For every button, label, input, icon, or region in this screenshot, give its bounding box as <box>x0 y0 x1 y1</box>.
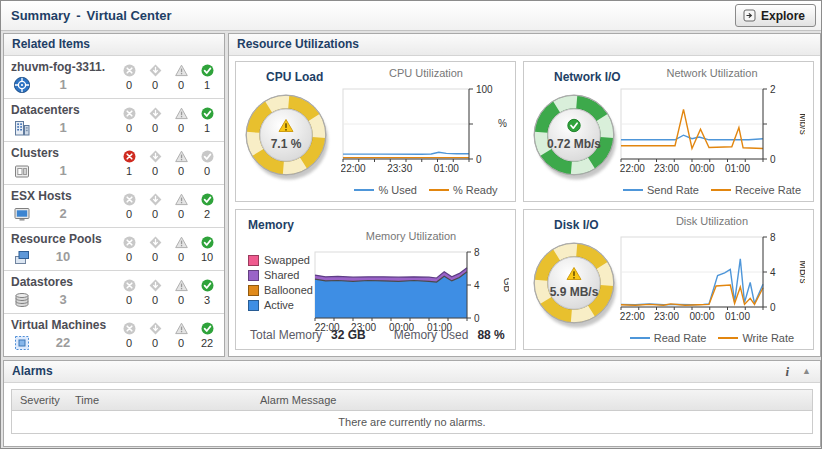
legend-item: Shared <box>248 269 313 281</box>
warning-status-icon <box>175 63 188 76</box>
status-warning[interactable]: 0 <box>168 278 194 306</box>
status-normal[interactable]: 1 <box>194 106 220 134</box>
status-warning[interactable]: 0 <box>168 321 194 349</box>
memory-used-label: Memory Used <box>394 328 469 342</box>
status-fatal[interactable]: 0 <box>116 106 142 134</box>
status-count: 0 <box>178 294 184 306</box>
related-item-row[interactable]: Datacenters 1 0 0 0 1 <box>4 99 224 142</box>
cpu-load-gauge[interactable]: 7.1 % <box>240 88 332 184</box>
normal-status-icon <box>201 149 214 162</box>
status-fatal[interactable]: 0 <box>116 321 142 349</box>
fatal-status-icon <box>123 235 136 248</box>
memory-chart-title: Memory Utilization <box>313 230 509 246</box>
network-io-title: Network I/O <box>554 70 621 84</box>
status-summary: 0 0 0 2 <box>116 192 220 220</box>
svg-text:4: 4 <box>474 280 480 291</box>
svg-text:Mb/s: Mb/s <box>798 113 805 135</box>
network-io-card: Network I/O 0.72 Mb/s Network Utilizatio… <box>523 61 814 202</box>
related-item-count: 1 <box>44 77 82 92</box>
status-count: 0 <box>178 79 184 91</box>
alarms-header: Alarms i ▲ <box>4 361 820 383</box>
disk-utilization-chart: 84022:0023:0000:0001:00MB/s <box>619 231 805 327</box>
status-count: 22 <box>201 337 213 349</box>
svg-text:8: 8 <box>474 247 480 258</box>
related-item-name: Datastores <box>11 275 73 289</box>
related-item-row[interactable]: Clusters 1 1 0 0 0 <box>4 142 224 185</box>
cpu-load-card: CPU Load 7.1 % CPU Utilization 100022:00… <box>235 61 516 202</box>
status-count: 0 <box>178 337 184 349</box>
status-normal[interactable]: 22 <box>194 321 220 349</box>
status-count: 0 <box>152 251 158 263</box>
status-warning[interactable]: 0 <box>168 149 194 177</box>
resource-utilizations-panel: Resource Utilizations CPU Load 7.1 % CPU… <box>228 33 821 357</box>
svg-text:0: 0 <box>474 313 480 324</box>
status-count: 0 <box>178 122 184 134</box>
column-time[interactable]: Time <box>67 390 252 410</box>
network-io-gauge[interactable]: 0.72 Mb/s <box>528 88 620 184</box>
status-count: 1 <box>204 122 210 134</box>
related-item-row[interactable]: Datastores 3 0 0 0 3 <box>4 271 224 314</box>
status-critical[interactable]: 0 <box>142 63 168 91</box>
status-count: 0 <box>152 79 158 91</box>
status-critical[interactable]: 0 <box>142 235 168 263</box>
status-fatal[interactable]: 0 <box>116 192 142 220</box>
status-fatal[interactable]: 0 <box>116 235 142 263</box>
column-severity[interactable]: Severity <box>12 390 67 410</box>
related-item-row[interactable]: Resource Pools 10 0 0 0 10 <box>4 228 224 271</box>
related-items-title: Related Items <box>12 37 90 51</box>
network-chart-box: Network Utilization 2022:0023:0000:0001:… <box>619 67 805 196</box>
related-items-header: Related Items <box>4 34 224 56</box>
status-count: 0 <box>126 251 132 263</box>
info-icon[interactable]: i <box>785 361 789 382</box>
svg-text:2: 2 <box>770 84 776 95</box>
status-normal[interactable]: 0 <box>194 149 220 177</box>
status-count: 0 <box>152 122 158 134</box>
memory-footer: Total Memory32 GBMemory Used88 % <box>250 328 505 342</box>
status-normal[interactable]: 10 <box>194 235 220 263</box>
status-critical[interactable]: 0 <box>142 321 168 349</box>
svg-text:MB/s: MB/s <box>798 261 805 284</box>
status-normal[interactable]: 2 <box>194 192 220 220</box>
resource-utilizations-header: Resource Utilizations <box>229 34 820 56</box>
cpu-chart-title: CPU Utilization <box>341 67 511 83</box>
resource-utilizations-title: Resource Utilizations <box>237 37 359 51</box>
related-item-row[interactable]: ESX Hosts 2 0 0 0 2 <box>4 185 224 228</box>
collapse-icon[interactable]: ▲ <box>802 361 811 382</box>
critical-status-icon <box>149 63 162 76</box>
status-critical[interactable]: 0 <box>142 278 168 306</box>
related-items-panel: Related Items zhuvm-fog-3311. 1 0 0 0 <box>3 33 225 357</box>
disk-io-card: Disk I/O 5.9 MB/s Disk Utilization 84022… <box>523 209 814 350</box>
vcenter-icon <box>13 76 31 94</box>
related-item-name: ESX Hosts <box>11 189 72 203</box>
fatal-status-icon <box>123 63 136 76</box>
svg-text:0: 0 <box>770 302 776 313</box>
status-warning[interactable]: 0 <box>168 235 194 263</box>
status-critical[interactable]: 0 <box>142 192 168 220</box>
cpu-chart-box: CPU Utilization 100022:0023:3001:00% % U… <box>341 67 511 196</box>
status-normal[interactable]: 3 <box>194 278 220 306</box>
status-fatal[interactable]: 0 <box>116 63 142 91</box>
fatal-status-icon <box>123 321 136 334</box>
normal-status-icon <box>201 192 214 205</box>
legend-item: Ballooned <box>248 284 313 296</box>
status-critical[interactable]: 0 <box>142 149 168 177</box>
status-fatal[interactable]: 0 <box>116 278 142 306</box>
legend-item: Send Rate <box>623 184 699 196</box>
explore-button[interactable]: Explore <box>735 4 816 27</box>
explore-icon <box>743 9 756 22</box>
status-fatal[interactable]: 1 <box>116 149 142 177</box>
datacenter-icon <box>13 119 31 137</box>
svg-text:00:00: 00:00 <box>689 163 714 174</box>
disk-io-gauge[interactable]: 5.9 MB/s <box>528 236 620 332</box>
status-warning[interactable]: 0 <box>168 192 194 220</box>
status-warning[interactable]: 0 <box>168 106 194 134</box>
critical-status-icon <box>149 106 162 119</box>
status-warning[interactable]: 0 <box>168 63 194 91</box>
status-critical[interactable]: 0 <box>142 106 168 134</box>
network-chart-legend: Send RateReceive Rate <box>619 184 805 196</box>
column-alarm-message[interactable]: Alarm Message <box>252 390 812 410</box>
status-normal[interactable]: 1 <box>194 63 220 91</box>
related-item-row[interactable]: Virtual Machines 22 0 0 0 22 <box>4 314 224 356</box>
host-icon <box>13 205 31 223</box>
related-item-row[interactable]: zhuvm-fog-3311. 1 0 0 0 1 <box>4 56 224 99</box>
